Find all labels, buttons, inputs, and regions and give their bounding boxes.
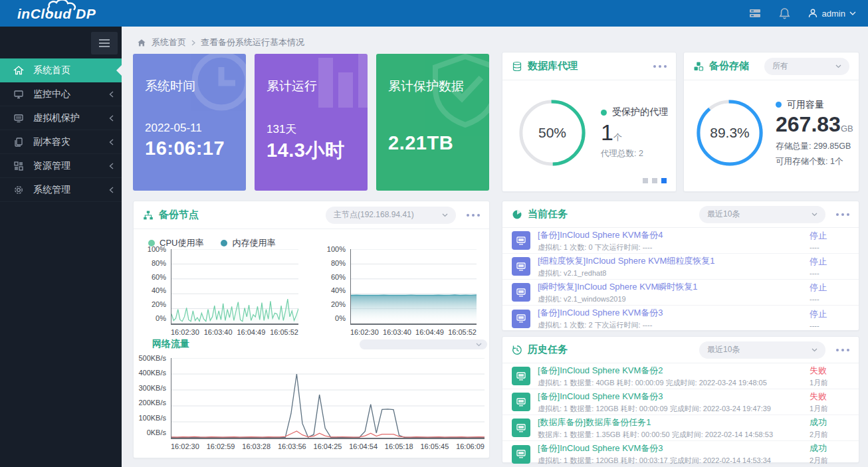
sidebar-item-label: 副本容灾 xyxy=(33,136,70,148)
bell-icon[interactable] xyxy=(779,7,790,19)
task-time-ago: 1月前 xyxy=(810,378,848,388)
storage-filter-select[interactable]: 所有 xyxy=(764,58,849,75)
available-capacity: 267.83 xyxy=(776,112,841,136)
panel-header: 历史任务 最近10条 xyxy=(502,337,859,363)
panel-header: 备份存储 所有 xyxy=(684,52,859,80)
task-title[interactable]: [备份]InCloud Sphere KVM备份3 xyxy=(538,307,810,319)
sidebar-item-resource-mgmt[interactable]: 资源管理 xyxy=(0,154,122,178)
gear-icon xyxy=(13,185,24,195)
user-menu[interactable]: admin xyxy=(808,8,856,19)
more-menu-button[interactable] xyxy=(833,349,849,351)
node-select[interactable]: 主节点(192.168.94.41) xyxy=(326,207,456,224)
selected-option: 所有 xyxy=(772,60,830,72)
sidebar-collapse-button[interactable] xyxy=(91,32,118,54)
selected-node: 主节点(192.168.94.41) xyxy=(334,209,437,221)
task-detail: 数据库: 1 数据量: 1.35GB 耗时: 00:00:50 完成时间: 20… xyxy=(538,430,810,440)
pager-dot[interactable] xyxy=(643,178,648,183)
task-time-ago: 2月前 xyxy=(810,456,848,466)
task-detail: 虚拟机: v2.1_windows2019 xyxy=(538,294,810,304)
desktop-icon xyxy=(13,113,24,124)
task-status[interactable]: 停止 xyxy=(810,282,848,294)
caret-down-icon xyxy=(849,11,856,15)
server-icon[interactable] xyxy=(748,7,762,19)
legend-dot xyxy=(601,110,607,116)
chevron-right-icon xyxy=(191,40,195,46)
task-title[interactable]: [备份]InCloud Sphere KVM备份4 xyxy=(538,229,810,241)
task-status[interactable]: 停止 xyxy=(810,230,848,242)
more-menu-button[interactable] xyxy=(464,214,480,217)
more-menu-button[interactable] xyxy=(833,213,849,216)
sidebar-item-replica-dr[interactable]: 副本容灾 xyxy=(0,130,122,154)
vm-monitor-icon xyxy=(512,310,530,328)
collapse-chevron-icon xyxy=(109,139,114,145)
card-time: 16:06:17 xyxy=(145,138,225,159)
task-title[interactable]: [备份]InCloud Sphere KVM备份3 xyxy=(538,442,810,454)
db-agent-info: 受保护的代理 1个 代理总数: 2 xyxy=(601,106,668,159)
task-time-ago: 2月前 xyxy=(810,430,848,440)
donut-percent: 89.3% xyxy=(695,98,765,168)
task-title[interactable]: [瞬时恢复]InCloud Sphere KVM瞬时恢复1 xyxy=(538,281,810,293)
storage-info: 可用容量 267.83GB 存储总量: 299.85GB 可用存储个数: 1个 xyxy=(776,99,853,167)
task-title[interactable]: [数据库备份]数据库备份任务1 xyxy=(538,417,810,428)
task-row[interactable]: [瞬时恢复]InCloud Sphere KVM瞬时恢复1虚拟机: v2.1_w… xyxy=(502,280,859,306)
legend-label: 可用容量 xyxy=(787,99,824,111)
breadcrumb-home[interactable]: 系统首页 xyxy=(152,37,186,48)
dashboard-page: inCloud DP admin 系统首页 监控 xyxy=(0,0,868,467)
sidebar-item-system-mgmt[interactable]: 系统管理 xyxy=(0,178,122,202)
chevron-down-icon xyxy=(812,348,817,352)
history-tasks-panel: 历史任务 最近10条 [备份]InCloud Sphere KVM备份2虚拟机:… xyxy=(502,336,859,463)
pager-dot[interactable] xyxy=(652,178,657,183)
cpu-usage-chart: 100%80%60%40%20%0%16:02:3016:03:4016:04:… xyxy=(140,249,298,337)
sidebar-item-monitor-center[interactable]: 监控中心 xyxy=(0,82,122,106)
storage-donut: 89.3% xyxy=(695,98,765,168)
task-status: 成功 xyxy=(810,442,848,454)
pager-dot-active[interactable] xyxy=(661,178,667,183)
task-title[interactable]: [备份]InCloud Sphere KVM备份3 xyxy=(538,391,810,403)
sidebar-item-label: 监控中心 xyxy=(33,88,70,100)
user-icon xyxy=(808,8,818,19)
chevron-down-icon xyxy=(812,213,817,217)
more-menu-button[interactable] xyxy=(651,65,667,68)
task-title[interactable]: [备份]InCloud Sphere KVM备份2 xyxy=(538,365,810,377)
task-row[interactable]: [备份]InCloud Sphere KVM备份2虚拟机: 1 数据量: 40G… xyxy=(502,363,859,389)
task-status[interactable]: 停止 xyxy=(810,256,848,268)
current-tasks-filter-select[interactable]: 最近10条 xyxy=(699,206,825,223)
card-days: 131天 xyxy=(267,122,296,137)
task-status: 成功 xyxy=(810,417,848,428)
capacity-unit: GB xyxy=(841,124,853,134)
collapse-chevron-icon xyxy=(109,163,114,169)
task-row[interactable]: [备份]InCloud Sphere KVM备份4虚拟机: 1 次数: 0 下次… xyxy=(502,228,859,254)
task-detail: 虚拟机: 1 数据量: 120GB 耗时: 00:03:17 完成时间: 202… xyxy=(538,456,810,466)
task-row[interactable]: [备份]InCloud Sphere KVM备份3虚拟机: 1 次数: 2 下次… xyxy=(502,306,859,331)
task-detail: 虚拟机: 1 次数: 2 下次运行时间: ---- xyxy=(538,320,810,330)
history-tasks-filter-select[interactable]: 最近10条 xyxy=(699,341,825,359)
db-agent-panel: 数据库代理 50% 受保护的代理 1个 代理总数: 2 xyxy=(502,52,677,192)
task-row[interactable]: [细粒度恢复]InCloud Sphere KVM细粒度恢复1虚拟机: v2.1… xyxy=(502,254,859,280)
topbar: inCloud DP admin xyxy=(0,0,868,27)
collapse-chevron-icon xyxy=(109,115,114,122)
panel-title: 数据库代理 xyxy=(528,60,578,72)
vm-monitor-icon xyxy=(512,419,530,437)
sidebar-item-vm-protection[interactable]: 虚拟机保护 xyxy=(0,106,122,130)
vm-monitor-icon xyxy=(512,257,530,276)
task-row[interactable]: [数据库备份]数据库备份任务1数据库: 1 数据量: 1.35GB 耗时: 00… xyxy=(502,415,859,441)
sitemap-icon xyxy=(143,210,154,221)
task-status[interactable]: 停止 xyxy=(810,308,848,320)
network-traffic-chart: 500KB/s400KB/s300KB/s200KB/s100KB/s0KB/s… xyxy=(140,358,485,451)
backup-storage-body: 89.3% 可用容量 267.83GB 存储总量: 299.85GB 可用存储个… xyxy=(684,80,859,168)
sidebar-item-label: 资源管理 xyxy=(33,160,70,172)
network-select[interactable] xyxy=(360,339,487,349)
memory-usage-chart: 100%80%60%40%20%0%16:02:3016:03:4016:04:… xyxy=(320,249,477,337)
card-hours: 14.3小时 xyxy=(267,138,344,164)
legend-label: 受保护的代理 xyxy=(612,106,668,118)
sidebar-item-home[interactable]: 系统首页 xyxy=(0,58,122,82)
task-row[interactable]: [备份]InCloud Sphere KVM备份3虚拟机: 1 数据量: 120… xyxy=(502,389,859,415)
card-date: 2022-05-11 xyxy=(145,122,202,135)
task-title[interactable]: [细粒度恢复]InCloud Sphere KVM细粒度恢复1 xyxy=(538,255,810,267)
legend-dot xyxy=(776,102,782,108)
task-row[interactable]: [备份]InCloud Sphere KVM备份3虚拟机: 1 数据量: 120… xyxy=(502,441,859,467)
memory-legend-label: 内存使用率 xyxy=(232,237,275,249)
task-status: 失败 xyxy=(810,391,848,403)
agent-total: 代理总数: 2 xyxy=(601,148,668,159)
task-detail: 虚拟机: 1 数据量: 120GB 耗时: 00:00:09 完成时间: 202… xyxy=(538,404,810,414)
